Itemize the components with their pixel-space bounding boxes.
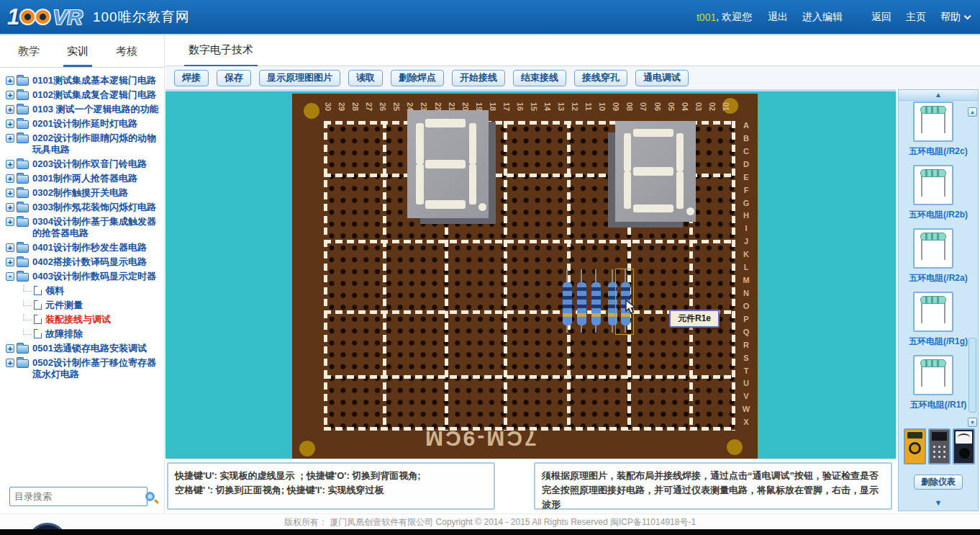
tree-item[interactable]: 0302制作触摸开关电路	[6, 187, 160, 199]
digital-multimeter[interactable]	[904, 428, 926, 464]
tree-item[interactable]: 0403设计制作数码显示定时器	[6, 271, 160, 282]
search-input[interactable]	[10, 491, 145, 502]
expand-icon[interactable]	[6, 76, 14, 85]
toolbar-button[interactable]: 结束接线	[513, 70, 566, 86]
panel-scroll-down-button[interactable]: ▼	[899, 498, 978, 507]
scrollbar-thumb[interactable]	[968, 338, 976, 413]
component-item: 五环电阻(/R1g)	[899, 292, 978, 348]
expand-icon[interactable]	[6, 189, 14, 197]
toolbar-button[interactable]: 显示原理图图片	[259, 70, 340, 86]
resistor[interactable]	[591, 266, 602, 336]
toolbar-button[interactable]: 开始接线	[452, 70, 505, 86]
tree-item[interactable]: 元件测量	[23, 300, 160, 311]
resistor-thumbnail[interactable]	[913, 355, 953, 395]
folder-icon	[17, 258, 29, 267]
tree-item[interactable]: 0402搭接计数译码显示电路	[6, 256, 160, 268]
resistor[interactable]	[562, 266, 573, 336]
row-letter: X	[738, 418, 754, 431]
expand-icon[interactable]	[6, 91, 14, 99]
tree-item[interactable]: 0202设计制作眼睛闪烁的动物玩具电路	[6, 132, 160, 156]
component-item: 五环电阻(/R2a)	[899, 228, 978, 284]
expand-icon[interactable]	[6, 105, 14, 114]
row-letter: E	[738, 173, 754, 186]
tree-item[interactable]: 0301制作两人抢答器电路	[6, 173, 160, 184]
folder-icon	[17, 218, 29, 227]
expand-icon[interactable]	[6, 272, 14, 281]
tab-digital-electronics[interactable]: 数字电子技术	[184, 43, 258, 67]
tree-item[interactable]: 0203设计制作双音门铃电路	[6, 158, 160, 170]
tree-item[interactable]: 领料	[23, 285, 160, 297]
expand-icon[interactable]	[6, 243, 14, 252]
tree-item[interactable]: 0304设计制作基于集成触发器的抢答器电路	[6, 216, 160, 239]
expand-icon[interactable]	[6, 160, 14, 168]
tree-item[interactable]: 0103 测试一个逻辑电路的功能	[6, 104, 160, 115]
search-icon[interactable]	[145, 492, 155, 501]
tree-item-label: 0201设计制作延时灯电路	[32, 118, 137, 130]
tree-item[interactable]: 0501选通锁存电路安装调试	[6, 343, 160, 354]
enter-edit-link[interactable]: 进入编辑	[802, 11, 843, 24]
back-link[interactable]: 返回	[871, 11, 891, 24]
logout-link[interactable]: 退出	[768, 11, 788, 24]
analog-multimeter[interactable]	[953, 428, 975, 464]
folder-icon	[17, 244, 29, 253]
expand-icon[interactable]	[6, 344, 14, 353]
delete-instrument-button[interactable]: 删除仪表	[914, 475, 963, 490]
expand-icon[interactable]	[6, 359, 14, 367]
mount-hole-icon	[727, 439, 743, 455]
document-icon	[34, 286, 42, 295]
home-link[interactable]: 主页	[906, 11, 926, 24]
scrollbar-down-icon[interactable]: ▼	[968, 418, 977, 427]
tree-item[interactable]: 0102测试集成复合逻辑门电路	[6, 89, 160, 101]
welcome-text: , 欢迎您	[716, 11, 752, 24]
expand-icon[interactable]	[6, 258, 14, 266]
tree-item[interactable]: 0201设计制作延时灯电路	[6, 118, 160, 130]
help-link[interactable]: 帮助	[940, 11, 968, 24]
resistor-thumbnail[interactable]	[913, 165, 953, 205]
folder-icon	[17, 189, 29, 198]
row-letter: S	[738, 354, 754, 367]
expand-icon[interactable]	[6, 203, 14, 212]
resistor-thumbnail[interactable]	[913, 228, 953, 269]
board-row-letters: ABCDEFGHIJKLMNOPQRSTUVWX	[738, 121, 754, 431]
logo-vr-glyph: VR	[53, 5, 83, 30]
seven-segment-display-right[interactable]	[615, 121, 696, 222]
component-panel: ▲ 五环电阻(/R2c) 五环电阻(/R2b)	[898, 89, 979, 511]
expand-icon[interactable]	[6, 120, 14, 128]
hotkey-line-1: 快捷键'U': 实现板的虚线显示 ；快捷键'O': 切换到背面视角;	[175, 469, 487, 483]
component-tooltip: 元件R1e	[669, 310, 720, 328]
resistor[interactable]	[576, 266, 587, 336]
scrollbar-up-icon[interactable]: ▲	[968, 107, 977, 117]
toolbar-button[interactable]: 读取	[348, 70, 383, 86]
tree-item-label: 0202设计制作眼睛闪烁的动物玩具电路	[32, 132, 160, 156]
toolbar-button[interactable]: 保存	[217, 70, 251, 86]
tree-item[interactable]: 0401设计制作秒发生器电路	[6, 242, 160, 253]
folder-icon	[17, 91, 29, 100]
sidebar-tab[interactable]: 考核	[112, 45, 141, 67]
toolbar-button[interactable]: 焊接	[174, 70, 209, 86]
expand-icon[interactable]	[6, 134, 14, 143]
tree-item[interactable]: 0303制作氖花装饰闪烁灯电路	[6, 202, 160, 213]
handheld-meter[interactable]	[928, 428, 950, 464]
toolbar-button[interactable]: 删除焊点	[391, 70, 444, 86]
simulation-canvas[interactable]: 3029282726252423222120191817161514131211…	[165, 89, 896, 459]
seven-segment-display-left[interactable]	[407, 110, 489, 218]
row-letter: A	[738, 121, 754, 134]
tree-item-label: 0302制作触摸开关电路	[32, 187, 128, 199]
resistor-thumbnail[interactable]	[913, 102, 953, 142]
resistor-thumbnail[interactable]	[913, 292, 953, 332]
row-letter: M	[738, 276, 754, 289]
tree-item[interactable]: 0101测试集成基本逻辑门电路	[6, 75, 160, 86]
panel-scroll-up-button[interactable]: ▲	[899, 90, 978, 101]
expand-icon[interactable]	[6, 174, 14, 183]
sidebar-tab[interactable]: 实训	[63, 45, 92, 67]
toolbar-button[interactable]: 通电调试	[635, 70, 689, 86]
sidebar-tab[interactable]: 教学	[14, 45, 43, 67]
tree-item[interactable]: 0502设计制作基于移位寄存器流水灯电路	[6, 357, 160, 380]
tree-item[interactable]: 装配接线与调试	[23, 314, 160, 325]
row-letter: K	[738, 250, 754, 263]
expand-icon[interactable]	[6, 217, 14, 226]
toolbar-button[interactable]: 接线穿孔	[574, 70, 627, 86]
copyright-footer: 版权所有： 厦门凤凰创壹软件有限公司 Copyright © 2014 - 20…	[0, 513, 980, 529]
perfboard[interactable]: 3029282726252423222120191817161514131211…	[292, 94, 758, 459]
tree-item[interactable]: 故障排除	[23, 328, 160, 340]
